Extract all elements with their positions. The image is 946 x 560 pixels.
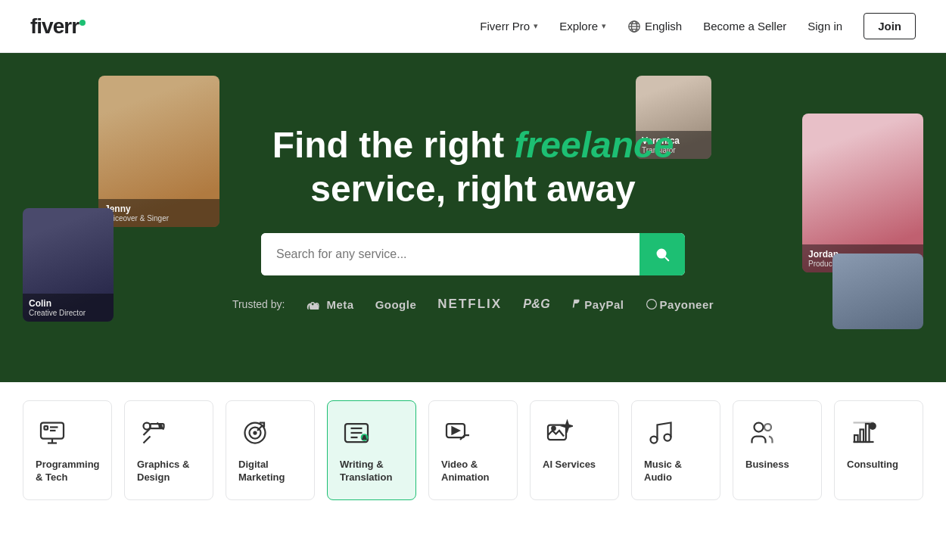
svg-point-32 [651, 437, 658, 443]
google-logo: Google [375, 298, 417, 311]
video-animation-icon [441, 416, 475, 450]
explore-nav[interactable]: Explore ▾ [559, 20, 606, 33]
category-card-graphics-design[interactable]: Graphics & Design [124, 400, 213, 500]
business-label: Business [745, 459, 789, 471]
search-icon [654, 246, 671, 263]
become-seller-label: Become a Seller [703, 20, 786, 33]
paypal-icon [571, 298, 582, 310]
jenny-label: Jenny Voiceover & Singer [98, 199, 219, 227]
svg-point-41 [870, 423, 876, 429]
svg-text:A: A [363, 435, 366, 440]
signin-button[interactable]: Sign in [808, 20, 842, 33]
hero-content: Find the right freelance service, right … [246, 123, 700, 312]
paypal-logo: PayPal [571, 298, 624, 311]
pg-logo: P&G [523, 297, 550, 311]
svg-rect-11 [45, 426, 48, 430]
logo[interactable]: fiverr [30, 14, 86, 39]
category-card-writing-translation[interactable]: AWriting & Translation [327, 400, 416, 500]
consulting-label: Consulting [847, 459, 898, 471]
categories-grid: Programming & TechGraphics & DesignDigit… [23, 400, 923, 500]
category-card-business[interactable]: Business [733, 400, 822, 500]
become-seller-nav[interactable]: Become a Seller [703, 20, 786, 33]
hero-title: Find the right freelance service, right … [246, 123, 700, 210]
category-card-music-audio[interactable]: Music & Audio [631, 400, 720, 500]
colin-label: Colin Creative Director [23, 294, 114, 322]
payoneer-logo: Payoneer [646, 298, 714, 311]
business-icon [745, 416, 779, 450]
meta-icon [306, 299, 322, 310]
svg-point-33 [664, 434, 671, 441]
programming-tech-label: Programming & Tech [36, 459, 100, 484]
trusted-bar: Trusted by: Meta Google NETFLIX P&G [246, 297, 700, 312]
explore-chevron-icon: ▾ [602, 21, 606, 31]
freelancer-card-jordan: Jordan Production Assistant [802, 114, 923, 272]
explore-label: Explore [559, 20, 598, 33]
music-audio-icon [644, 416, 677, 450]
svg-rect-39 [866, 424, 870, 442]
svg-point-17 [160, 425, 162, 428]
language-selector[interactable]: English [627, 20, 682, 33]
svg-point-34 [755, 423, 764, 432]
logo-text: fiverr [30, 14, 79, 39]
language-label: English [645, 20, 682, 33]
digital-marketing-label: Digital Marketing [238, 459, 302, 484]
netflix-logo: NETFLIX [437, 297, 502, 312]
trusted-logos: Meta Google NETFLIX P&G PayPal Payoneer [306, 297, 714, 312]
writing-translation-label: Writing & Translation [340, 459, 403, 484]
svg-rect-37 [854, 435, 858, 442]
category-card-consulting[interactable]: Consulting [834, 400, 923, 500]
svg-rect-38 [860, 430, 864, 443]
search-bar [261, 233, 685, 275]
join-button[interactable]: Join [864, 13, 916, 39]
ai-services-icon [543, 416, 576, 450]
hero-section: Jenny Voiceover & Singer Veronica Transl… [0, 53, 946, 382]
freelancer-card-jenny: Jenny Voiceover & Singer [98, 76, 219, 227]
category-card-ai-services[interactable]: AI Services [530, 400, 619, 500]
logo-dot [79, 20, 86, 26]
fiverr-pro-chevron-icon: ▾ [534, 21, 538, 31]
svg-marker-29 [453, 428, 459, 434]
search-button[interactable] [639, 233, 685, 275]
trusted-label: Trusted by: [232, 298, 285, 310]
payoneer-icon [646, 298, 658, 310]
programming-tech-icon [36, 416, 69, 450]
meta-logo: Meta [306, 298, 353, 311]
globe-icon [627, 20, 641, 33]
svg-point-7 [646, 300, 656, 310]
video-animation-label: Video & Animation [441, 459, 505, 484]
music-audio-label: Music & Audio [644, 459, 708, 484]
ai-services-label: AI Services [543, 459, 596, 471]
main-nav: Fiverr Pro ▾ Explore ▾ English Become a … [480, 13, 916, 39]
digital-marketing-icon [238, 416, 272, 450]
category-card-digital-marketing[interactable]: Digital Marketing [226, 400, 315, 500]
categories-section: Programming & TechGraphics & DesignDigit… [0, 382, 946, 518]
fiverr-pro-label: Fiverr Pro [480, 20, 530, 33]
category-card-video-animation[interactable]: Video & Animation [428, 400, 518, 500]
search-input[interactable] [261, 233, 639, 275]
extra-photo [832, 254, 923, 329]
consulting-icon [847, 416, 880, 450]
graphics-design-icon [137, 416, 170, 450]
freelancer-card-extra [832, 254, 923, 329]
fiverr-pro-nav[interactable]: Fiverr Pro ▾ [480, 20, 538, 33]
writing-translation-icon: A [340, 416, 373, 450]
header: fiverr Fiverr Pro ▾ Explore ▾ English Be… [0, 0, 946, 53]
category-card-programming-tech[interactable]: Programming & Tech [23, 400, 112, 500]
graphics-design-label: Graphics & Design [137, 459, 201, 484]
svg-point-31 [552, 427, 555, 431]
svg-point-35 [764, 424, 771, 431]
svg-point-20 [254, 432, 257, 434]
freelancer-card-colin: Colin Creative Director [23, 208, 114, 322]
